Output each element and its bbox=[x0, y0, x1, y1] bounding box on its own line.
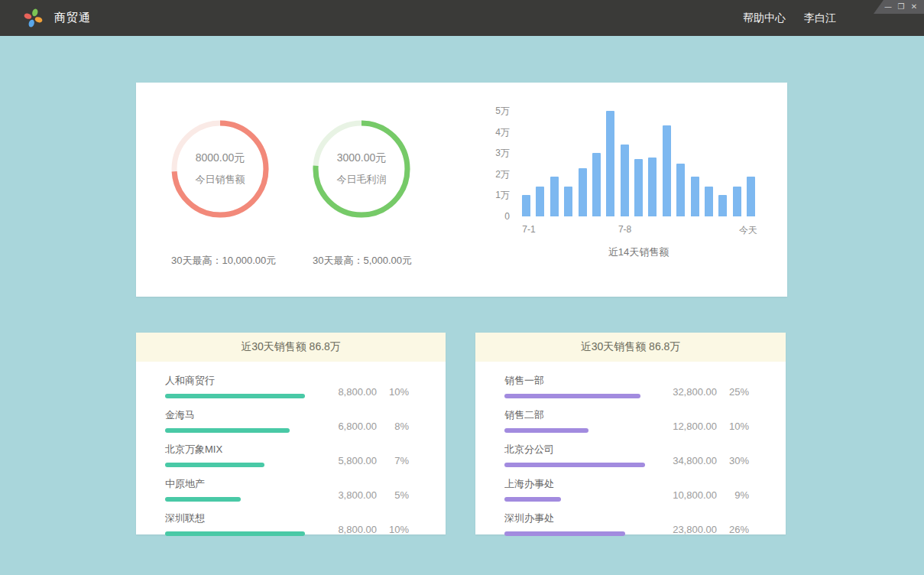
y-axis-tick-label: 4万 bbox=[495, 125, 510, 138]
x-axis-tick-label: 7-1 bbox=[522, 224, 535, 235]
y-axis-tick-label: 2万 bbox=[495, 167, 510, 180]
rank-row: 北京万象MIX5,800.007% bbox=[165, 443, 409, 467]
minimize-button[interactable]: — bbox=[884, 3, 892, 11]
rank-bar-track bbox=[165, 463, 305, 467]
bar-chart-title: 近14天销售额 bbox=[522, 245, 755, 259]
rank-item-value: 5,800.00 bbox=[317, 455, 377, 466]
rank-item-value: 8,800.00 bbox=[317, 524, 377, 535]
rank-bar bbox=[504, 531, 625, 536]
rank-row-left: 深圳联想 bbox=[165, 512, 305, 536]
logo-petals bbox=[24, 8, 44, 28]
customer-sales-list: 人和商贸行8,800.0010%金海马6,800.008%北京万象MIX5,80… bbox=[136, 362, 446, 536]
sales-bar bbox=[621, 145, 629, 216]
rank-item-name: 北京万象MIX bbox=[165, 443, 305, 456]
sales-bar bbox=[564, 187, 572, 216]
rank-row-left: 北京分公司 bbox=[504, 443, 645, 467]
rank-item-percent: 10% bbox=[717, 421, 749, 432]
rank-bar bbox=[504, 394, 640, 398]
rank-row: 中原地产3,800.005% bbox=[165, 477, 409, 502]
rank-row-left: 销售一部 bbox=[504, 374, 645, 398]
rank-item-name: 深圳办事处 bbox=[504, 512, 645, 525]
help-center-link[interactable]: 帮助中心 bbox=[743, 11, 786, 25]
rank-item-value: 32,800.00 bbox=[657, 386, 717, 398]
rank-item-percent: 7% bbox=[377, 455, 409, 466]
summary-card: 8000.00元 今日销售额 30天最高：10,000.00元 3000.00元… bbox=[136, 83, 787, 297]
rank-row-left: 销售二部 bbox=[504, 408, 645, 433]
rank-row: 金海马6,800.008% bbox=[165, 408, 409, 433]
today-profit-ring-group: 3000.00元 今日毛利润 30天最高：5,000.00元 bbox=[313, 120, 410, 268]
rank-bar-track bbox=[504, 497, 645, 502]
rank-item-name: 北京分公司 bbox=[504, 443, 645, 456]
rank-bar bbox=[165, 394, 305, 398]
today-sales-donut: 8000.00元 今日销售额 bbox=[171, 120, 269, 218]
rank-item-percent: 10% bbox=[377, 386, 409, 398]
customer-sales-card-title: 近30天销售额 86.8万 bbox=[136, 333, 446, 362]
rank-row: 上海办事处10,800.009% bbox=[504, 477, 749, 502]
rank-figures: 5,800.007% bbox=[317, 455, 409, 467]
today-sales-label: 今日销售额 bbox=[196, 173, 245, 187]
rank-figures: 12,800.0010% bbox=[657, 421, 749, 433]
rank-item-value: 8,800.00 bbox=[317, 386, 377, 398]
rank-item-value: 12,800.00 bbox=[657, 421, 717, 432]
rank-figures: 8,800.0010% bbox=[317, 386, 409, 398]
rank-row: 深圳办事处23,800.0026% bbox=[504, 512, 749, 536]
sales-bar bbox=[550, 177, 559, 216]
sales-bar bbox=[592, 153, 601, 216]
bar-chart-xaxis: 7-17-8今天 bbox=[522, 224, 755, 238]
department-sales-list: 销售一部32,800.0025%销售二部12,800.0010%北京分公司34,… bbox=[475, 362, 786, 536]
sales-bar bbox=[579, 168, 587, 216]
customer-sales-card: 近30天销售额 86.8万 人和商贸行8,800.0010%金海马6,800.0… bbox=[136, 333, 446, 534]
rank-item-value: 3,800.00 bbox=[317, 489, 377, 501]
rank-bar bbox=[165, 428, 290, 433]
sales-bar bbox=[718, 195, 727, 216]
rank-row: 北京分公司34,800.0030% bbox=[504, 443, 749, 467]
sales-bar bbox=[705, 187, 713, 216]
y-axis-tick-label: 1万 bbox=[495, 189, 510, 202]
rank-row: 深圳联想8,800.0010% bbox=[165, 512, 409, 536]
rank-row-left: 北京万象MIX bbox=[165, 443, 305, 467]
rank-figures: 10,800.009% bbox=[657, 489, 749, 502]
user-name-link[interactable]: 李白江 bbox=[804, 11, 836, 25]
rank-bar-track bbox=[165, 497, 305, 502]
rank-figures: 8,800.0010% bbox=[317, 524, 409, 536]
rank-row-left: 上海办事处 bbox=[504, 477, 645, 502]
rank-bar bbox=[165, 531, 305, 536]
rank-figures: 34,800.0030% bbox=[657, 455, 749, 467]
app-header: 商贸通 帮助中心 李白江 bbox=[0, 0, 924, 36]
rank-item-value: 6,800.00 bbox=[317, 421, 377, 432]
rank-figures: 3,800.005% bbox=[317, 489, 409, 502]
sales-bar bbox=[663, 125, 671, 216]
department-sales-card: 近30天销售额 86.8万 销售一部32,800.0025%销售二部12,800… bbox=[475, 333, 786, 534]
app-logo-pinwheel-icon bbox=[23, 8, 44, 28]
rank-item-name: 销售一部 bbox=[504, 374, 645, 388]
rank-figures: 23,800.0026% bbox=[657, 524, 749, 536]
sales-bar bbox=[606, 111, 614, 216]
y-axis-tick-label: 5万 bbox=[495, 105, 510, 118]
bar-chart-plot bbox=[522, 111, 755, 216]
sales-bar bbox=[676, 164, 685, 216]
rank-item-percent: 9% bbox=[717, 489, 749, 501]
rank-row-left: 金海马 bbox=[165, 408, 305, 433]
rank-row: 销售二部12,800.0010% bbox=[504, 408, 749, 433]
rank-bar bbox=[504, 428, 588, 433]
rank-item-value: 10,800.00 bbox=[657, 489, 717, 501]
rank-row: 销售一部32,800.0025% bbox=[504, 374, 749, 398]
department-sales-card-title: 近30天销售额 86.8万 bbox=[475, 333, 786, 362]
rank-item-name: 中原地产 bbox=[165, 477, 305, 491]
rank-figures: 32,800.0025% bbox=[657, 386, 749, 398]
sales-30day-max-caption: 30天最高：10,000.00元 bbox=[171, 254, 269, 268]
maximize-button[interactable]: ❐ bbox=[897, 3, 905, 11]
rank-bar-track bbox=[504, 394, 645, 398]
rank-row-left: 深圳办事处 bbox=[504, 512, 645, 536]
app-title: 商贸通 bbox=[54, 11, 91, 25]
close-button[interactable]: ✕ bbox=[910, 3, 918, 11]
rank-bar-track bbox=[504, 531, 645, 536]
rank-bar-track bbox=[504, 463, 645, 467]
rank-item-percent: 8% bbox=[377, 421, 409, 432]
sales-bar bbox=[648, 158, 657, 216]
rank-item-percent: 25% bbox=[717, 386, 749, 398]
y-axis-tick-label: 0 bbox=[504, 211, 510, 222]
rank-bar-track bbox=[165, 428, 305, 433]
x-axis-tick-label: 7-8 bbox=[618, 224, 631, 235]
rank-bar bbox=[165, 463, 264, 467]
